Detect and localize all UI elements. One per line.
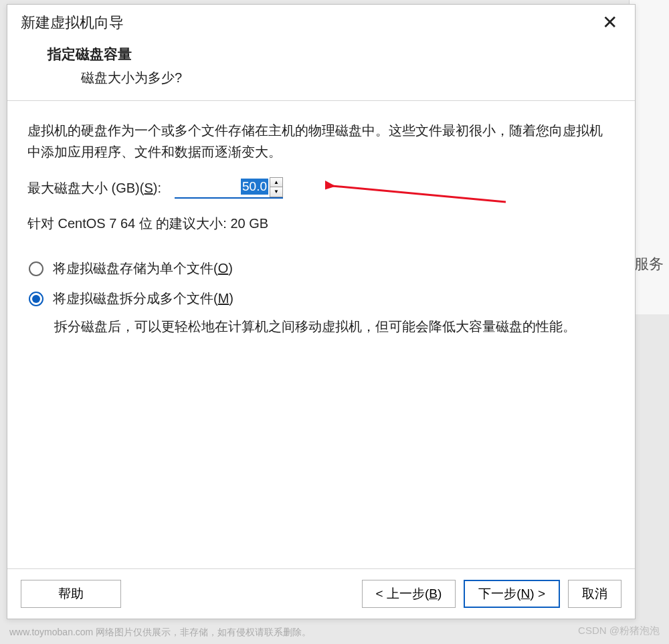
svg-line-1 <box>332 186 506 202</box>
help-button[interactable]: 帮助 <box>21 580 121 608</box>
wizard-dialog: 新建虚拟机向导 ✕ 指定磁盘容量 磁盘大小为多少? 虚拟机的硬盘作为一个或多个文… <box>7 4 636 619</box>
footer-spacer <box>129 580 354 608</box>
header-subtitle: 磁盘大小为多少? <box>47 69 615 87</box>
background-partial-text: 服务 <box>634 254 664 274</box>
dialog-body: 虚拟机的硬盘作为一个或多个文件存储在主机的物理磁盘中。这些文件最初很小，随着您向… <box>7 101 635 568</box>
radio-icon <box>29 292 43 306</box>
disk-size-label: 最大磁盘大小 (GB)(S): <box>27 179 161 197</box>
arrow-annotation-icon <box>325 174 512 207</box>
disk-size-spinner[interactable]: 50.0 ▲ ▼ <box>175 177 283 199</box>
radio-split-files[interactable]: 将虚拟磁盘拆分成多个文件(M) <box>29 290 615 308</box>
radio-single-label: 将虚拟磁盘存储为单个文件(O) <box>53 259 233 278</box>
back-button[interactable]: < 上一步(B) <box>362 580 456 608</box>
radio-split-label: 将虚拟磁盘拆分成多个文件(M) <box>53 290 233 308</box>
disk-split-radio-group: 将虚拟磁盘存储为单个文件(O) 将虚拟磁盘拆分成多个文件(M) 拆分磁盘后，可以… <box>27 259 615 337</box>
spinner-buttons: ▲ ▼ <box>270 177 283 197</box>
dialog-footer: 帮助 < 上一步(B) 下一步(N) > 取消 <box>7 568 635 619</box>
next-button[interactable]: 下一步(N) > <box>464 580 560 608</box>
radio-icon <box>29 261 43 276</box>
cancel-button[interactable]: 取消 <box>568 580 622 608</box>
disk-description: 虚拟机的硬盘作为一个或多个文件存储在主机的物理磁盘中。这些文件最初很小，随着您向… <box>27 120 615 163</box>
dialog-titlebar: 新建虚拟机向导 ✕ <box>7 5 635 38</box>
radio-split-description: 拆分磁盘后，可以更轻松地在计算机之间移动虚拟机，但可能会降低大容量磁盘的性能。 <box>29 316 615 337</box>
disk-size-input[interactable]: 50.0 <box>175 177 268 196</box>
dialog-title: 新建虚拟机向导 <box>21 13 124 33</box>
radio-single-file[interactable]: 将虚拟磁盘存储为单个文件(O) <box>29 259 615 278</box>
watermark-left: www.toymoban.com 网络图片仅供展示，非存储，如有侵权请联系删除。 <box>9 627 311 639</box>
recommended-size-text: 针对 CentOS 7 64 位 的建议大小: 20 GB <box>27 215 615 233</box>
watermark-right: CSDN @粉猪泡泡 <box>578 625 660 637</box>
disk-size-row: 最大磁盘大小 (GB)(S): 50.0 ▲ ▼ <box>27 177 615 199</box>
spinner-down-icon[interactable]: ▼ <box>270 187 282 197</box>
spinner-up-icon[interactable]: ▲ <box>270 178 282 187</box>
close-icon[interactable]: ✕ <box>598 13 622 32</box>
header-title: 指定磁盘容量 <box>47 45 615 64</box>
dialog-header: 指定磁盘容量 磁盘大小为多少? <box>7 38 635 101</box>
